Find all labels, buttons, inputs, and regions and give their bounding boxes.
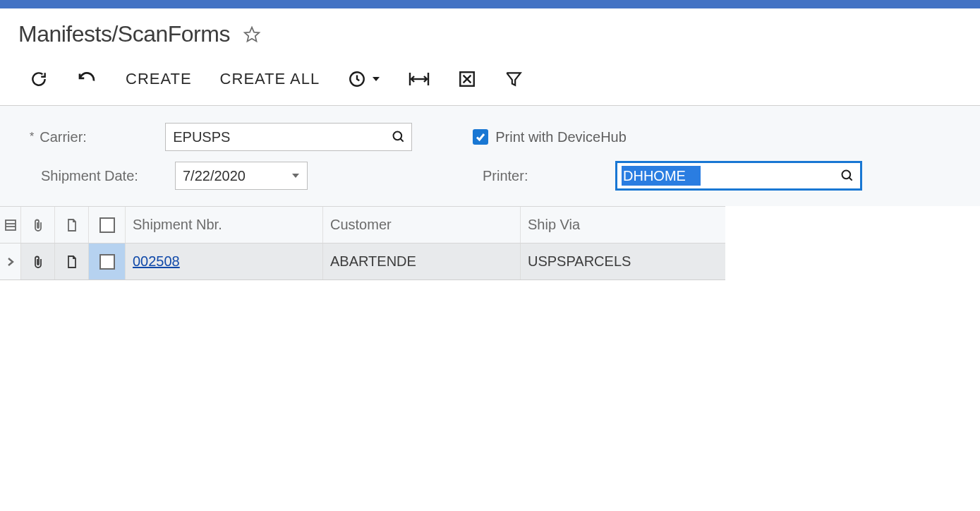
title-row: Manifests/ScanForms: [0, 8, 980, 47]
row-attachments-icon[interactable]: [21, 244, 55, 279]
carrier-input[interactable]: [165, 123, 412, 151]
table-row[interactable]: 002508 ABARTENDE USPSPARCELS: [0, 244, 725, 280]
row-select-checkbox[interactable]: [89, 244, 126, 279]
customer-cell: ABARTENDE: [323, 244, 521, 279]
shipment-nbr-link[interactable]: 002508: [133, 253, 180, 270]
printer-label: Printer:: [483, 168, 615, 184]
export-excel-icon[interactable]: [458, 70, 476, 88]
attachments-column-icon[interactable]: [21, 207, 55, 243]
chevron-down-icon: [372, 75, 380, 83]
svg-point-9: [394, 132, 402, 140]
toolbar: CREATE CREATE ALL: [0, 47, 980, 105]
customer-header[interactable]: Customer: [323, 207, 521, 243]
filter-icon[interactable]: [504, 70, 523, 88]
svg-line-13: [849, 178, 852, 181]
shipment-nbr-header[interactable]: Shipment Nbr.: [126, 207, 323, 243]
create-all-button[interactable]: CREATE ALL: [220, 70, 320, 88]
ship-via-cell: USPSPARCELS: [521, 244, 725, 279]
shipments-grid: Shipment Nbr. Customer Ship Via 002508 A…: [0, 206, 725, 280]
required-asterisk: *: [30, 131, 34, 143]
search-icon[interactable]: [392, 130, 406, 144]
select-all-checkbox[interactable]: [89, 207, 126, 243]
svg-line-10: [401, 139, 404, 142]
grid-header-row: Shipment Nbr. Customer Ship Via: [0, 207, 725, 244]
svg-marker-0: [245, 27, 260, 41]
page-title: Manifests/ScanForms: [18, 21, 230, 47]
notes-column-icon[interactable]: [55, 207, 89, 243]
shipment-date-field[interactable]: [176, 162, 307, 189]
form-panel: * Carrier: Print with DeviceHub Shipment…: [0, 105, 980, 206]
expand-row-icon[interactable]: [0, 244, 21, 279]
svg-rect-14: [6, 220, 16, 230]
favorite-star-icon[interactable]: [243, 25, 261, 44]
shipment-date-input[interactable]: [175, 162, 308, 190]
shipment-date-label: Shipment Date:: [41, 168, 175, 184]
search-icon[interactable]: [840, 169, 854, 183]
column-settings-icon[interactable]: [0, 207, 21, 243]
printer-field[interactable]: [622, 166, 701, 186]
row-notes-icon[interactable]: [55, 244, 89, 279]
fit-columns-icon[interactable]: [409, 71, 430, 88]
shipment-nbr-cell[interactable]: 002508: [126, 244, 323, 279]
svg-marker-2: [373, 77, 380, 81]
create-button[interactable]: CREATE: [126, 70, 192, 88]
printer-input[interactable]: [615, 161, 862, 191]
undo-icon[interactable]: [76, 70, 97, 88]
schedule-dropdown-button[interactable]: [348, 70, 380, 88]
check-icon: [473, 129, 488, 145]
print-devicehub-checkbox[interactable]: Print with DeviceHub: [473, 129, 627, 145]
top-accent-bar: [0, 0, 980, 8]
print-devicehub-label: Print with DeviceHub: [495, 129, 627, 145]
refresh-icon[interactable]: [30, 70, 48, 88]
svg-point-12: [842, 171, 851, 179]
carrier-label: Carrier:: [40, 129, 165, 145]
carrier-field[interactable]: [166, 124, 411, 150]
ship-via-header[interactable]: Ship Via: [521, 207, 725, 243]
